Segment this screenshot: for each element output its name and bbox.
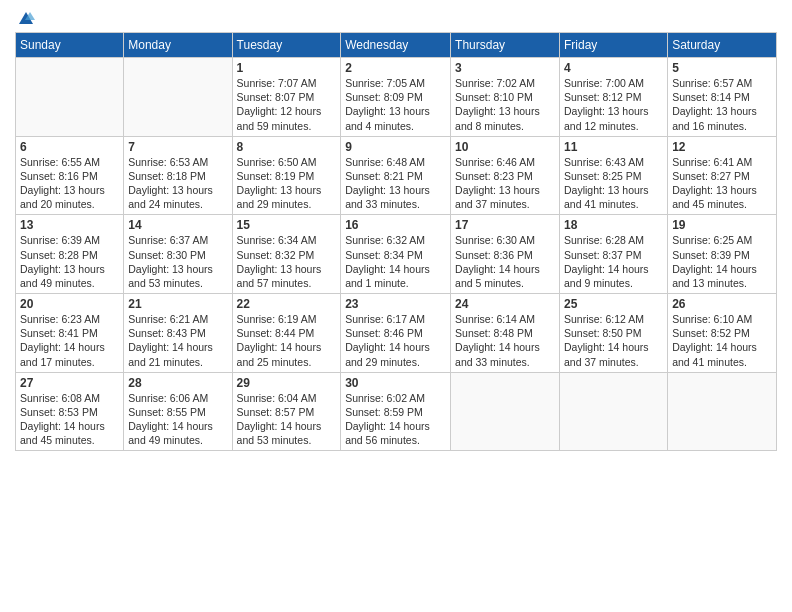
day-info: Sunrise: 6:17 AM Sunset: 8:46 PM Dayligh… [345, 312, 446, 369]
col-header-friday: Friday [559, 33, 667, 58]
day-number: 20 [20, 297, 119, 311]
day-info: Sunrise: 6:19 AM Sunset: 8:44 PM Dayligh… [237, 312, 337, 369]
calendar-cell: 24Sunrise: 6:14 AM Sunset: 8:48 PM Dayli… [451, 294, 560, 373]
calendar-cell: 19Sunrise: 6:25 AM Sunset: 8:39 PM Dayli… [668, 215, 777, 294]
calendar-cell: 29Sunrise: 6:04 AM Sunset: 8:57 PM Dayli… [232, 372, 341, 451]
calendar-cell: 14Sunrise: 6:37 AM Sunset: 8:30 PM Dayli… [124, 215, 232, 294]
day-info: Sunrise: 6:08 AM Sunset: 8:53 PM Dayligh… [20, 391, 119, 448]
day-info: Sunrise: 6:48 AM Sunset: 8:21 PM Dayligh… [345, 155, 446, 212]
col-header-thursday: Thursday [451, 33, 560, 58]
col-header-saturday: Saturday [668, 33, 777, 58]
calendar-cell [668, 372, 777, 451]
day-info: Sunrise: 6:37 AM Sunset: 8:30 PM Dayligh… [128, 233, 227, 290]
calendar-cell [124, 58, 232, 137]
day-info: Sunrise: 6:46 AM Sunset: 8:23 PM Dayligh… [455, 155, 555, 212]
day-number: 8 [237, 140, 337, 154]
week-row-3: 20Sunrise: 6:23 AM Sunset: 8:41 PM Dayli… [16, 294, 777, 373]
day-number: 6 [20, 140, 119, 154]
calendar-cell: 27Sunrise: 6:08 AM Sunset: 8:53 PM Dayli… [16, 372, 124, 451]
calendar-cell: 13Sunrise: 6:39 AM Sunset: 8:28 PM Dayli… [16, 215, 124, 294]
day-info: Sunrise: 6:55 AM Sunset: 8:16 PM Dayligh… [20, 155, 119, 212]
day-number: 10 [455, 140, 555, 154]
day-info: Sunrise: 6:43 AM Sunset: 8:25 PM Dayligh… [564, 155, 663, 212]
day-number: 18 [564, 218, 663, 232]
calendar-cell: 3Sunrise: 7:02 AM Sunset: 8:10 PM Daylig… [451, 58, 560, 137]
day-number: 27 [20, 376, 119, 390]
calendar-cell: 5Sunrise: 6:57 AM Sunset: 8:14 PM Daylig… [668, 58, 777, 137]
day-info: Sunrise: 6:10 AM Sunset: 8:52 PM Dayligh… [672, 312, 772, 369]
header-row: SundayMondayTuesdayWednesdayThursdayFrid… [16, 33, 777, 58]
calendar-cell: 26Sunrise: 6:10 AM Sunset: 8:52 PM Dayli… [668, 294, 777, 373]
day-info: Sunrise: 6:57 AM Sunset: 8:14 PM Dayligh… [672, 76, 772, 133]
day-info: Sunrise: 6:39 AM Sunset: 8:28 PM Dayligh… [20, 233, 119, 290]
day-number: 3 [455, 61, 555, 75]
calendar-cell [16, 58, 124, 137]
calendar-cell: 18Sunrise: 6:28 AM Sunset: 8:37 PM Dayli… [559, 215, 667, 294]
calendar-cell: 7Sunrise: 6:53 AM Sunset: 8:18 PM Daylig… [124, 136, 232, 215]
day-number: 25 [564, 297, 663, 311]
day-number: 24 [455, 297, 555, 311]
day-number: 13 [20, 218, 119, 232]
day-info: Sunrise: 6:21 AM Sunset: 8:43 PM Dayligh… [128, 312, 227, 369]
day-info: Sunrise: 6:34 AM Sunset: 8:32 PM Dayligh… [237, 233, 337, 290]
col-header-monday: Monday [124, 33, 232, 58]
week-row-0: 1Sunrise: 7:07 AM Sunset: 8:07 PM Daylig… [16, 58, 777, 137]
day-info: Sunrise: 6:04 AM Sunset: 8:57 PM Dayligh… [237, 391, 337, 448]
day-number: 22 [237, 297, 337, 311]
day-info: Sunrise: 6:06 AM Sunset: 8:55 PM Dayligh… [128, 391, 227, 448]
day-number: 1 [237, 61, 337, 75]
calendar-cell: 21Sunrise: 6:21 AM Sunset: 8:43 PM Dayli… [124, 294, 232, 373]
calendar-cell: 11Sunrise: 6:43 AM Sunset: 8:25 PM Dayli… [559, 136, 667, 215]
calendar-cell: 23Sunrise: 6:17 AM Sunset: 8:46 PM Dayli… [341, 294, 451, 373]
calendar-cell: 2Sunrise: 7:05 AM Sunset: 8:09 PM Daylig… [341, 58, 451, 137]
day-number: 28 [128, 376, 227, 390]
week-row-1: 6Sunrise: 6:55 AM Sunset: 8:16 PM Daylig… [16, 136, 777, 215]
calendar-cell [451, 372, 560, 451]
day-info: Sunrise: 6:02 AM Sunset: 8:59 PM Dayligh… [345, 391, 446, 448]
calendar-cell: 30Sunrise: 6:02 AM Sunset: 8:59 PM Dayli… [341, 372, 451, 451]
day-info: Sunrise: 6:14 AM Sunset: 8:48 PM Dayligh… [455, 312, 555, 369]
day-number: 26 [672, 297, 772, 311]
calendar-cell: 22Sunrise: 6:19 AM Sunset: 8:44 PM Dayli… [232, 294, 341, 373]
day-info: Sunrise: 6:30 AM Sunset: 8:36 PM Dayligh… [455, 233, 555, 290]
day-info: Sunrise: 7:00 AM Sunset: 8:12 PM Dayligh… [564, 76, 663, 133]
week-row-2: 13Sunrise: 6:39 AM Sunset: 8:28 PM Dayli… [16, 215, 777, 294]
calendar-cell: 28Sunrise: 6:06 AM Sunset: 8:55 PM Dayli… [124, 372, 232, 451]
day-number: 29 [237, 376, 337, 390]
day-number: 16 [345, 218, 446, 232]
logo-icon [17, 10, 35, 28]
day-info: Sunrise: 6:12 AM Sunset: 8:50 PM Dayligh… [564, 312, 663, 369]
calendar-cell [559, 372, 667, 451]
calendar-cell: 25Sunrise: 6:12 AM Sunset: 8:50 PM Dayli… [559, 294, 667, 373]
day-number: 7 [128, 140, 227, 154]
col-header-sunday: Sunday [16, 33, 124, 58]
calendar-cell: 10Sunrise: 6:46 AM Sunset: 8:23 PM Dayli… [451, 136, 560, 215]
calendar-cell: 1Sunrise: 7:07 AM Sunset: 8:07 PM Daylig… [232, 58, 341, 137]
calendar-cell: 9Sunrise: 6:48 AM Sunset: 8:21 PM Daylig… [341, 136, 451, 215]
day-info: Sunrise: 6:25 AM Sunset: 8:39 PM Dayligh… [672, 233, 772, 290]
col-header-tuesday: Tuesday [232, 33, 341, 58]
day-info: Sunrise: 7:02 AM Sunset: 8:10 PM Dayligh… [455, 76, 555, 133]
day-info: Sunrise: 7:05 AM Sunset: 8:09 PM Dayligh… [345, 76, 446, 133]
day-info: Sunrise: 6:53 AM Sunset: 8:18 PM Dayligh… [128, 155, 227, 212]
calendar-cell: 8Sunrise: 6:50 AM Sunset: 8:19 PM Daylig… [232, 136, 341, 215]
day-info: Sunrise: 6:23 AM Sunset: 8:41 PM Dayligh… [20, 312, 119, 369]
day-number: 5 [672, 61, 772, 75]
day-number: 19 [672, 218, 772, 232]
week-row-4: 27Sunrise: 6:08 AM Sunset: 8:53 PM Dayli… [16, 372, 777, 451]
day-number: 17 [455, 218, 555, 232]
day-info: Sunrise: 7:07 AM Sunset: 8:07 PM Dayligh… [237, 76, 337, 133]
day-number: 30 [345, 376, 446, 390]
day-info: Sunrise: 6:28 AM Sunset: 8:37 PM Dayligh… [564, 233, 663, 290]
calendar-cell: 12Sunrise: 6:41 AM Sunset: 8:27 PM Dayli… [668, 136, 777, 215]
day-info: Sunrise: 6:32 AM Sunset: 8:34 PM Dayligh… [345, 233, 446, 290]
day-number: 21 [128, 297, 227, 311]
day-info: Sunrise: 6:41 AM Sunset: 8:27 PM Dayligh… [672, 155, 772, 212]
col-header-wednesday: Wednesday [341, 33, 451, 58]
day-number: 11 [564, 140, 663, 154]
day-number: 14 [128, 218, 227, 232]
logo [15, 10, 35, 24]
day-number: 15 [237, 218, 337, 232]
day-info: Sunrise: 6:50 AM Sunset: 8:19 PM Dayligh… [237, 155, 337, 212]
page: SundayMondayTuesdayWednesdayThursdayFrid… [0, 0, 792, 612]
